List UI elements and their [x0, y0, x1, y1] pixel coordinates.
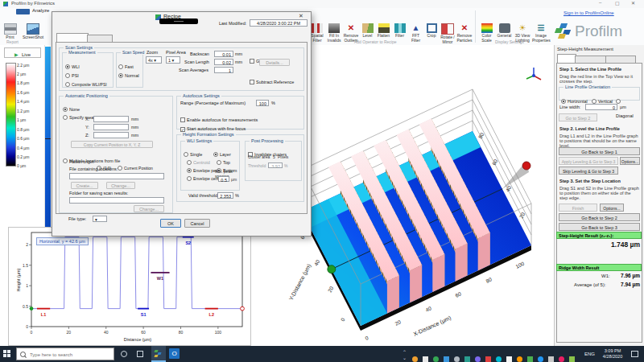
pixel-area-select[interactable]: 1 ▾: [166, 56, 180, 64]
change-folder-button[interactable]: Change...: [134, 205, 164, 212]
svg-text:S1: S1: [141, 312, 147, 317]
crop-button[interactable]: Crop: [424, 23, 439, 39]
close-icon[interactable]: ✕: [631, 0, 635, 6]
radio-envelope-center[interactable]: [187, 176, 192, 181]
scan-averages-field[interactable]: 1: [214, 67, 233, 73]
start-button[interactable]: [3, 350, 11, 358]
minimize-icon[interactable]: –: [599, 0, 601, 5]
image-properties-button[interactable]: ☰ Image Properties: [532, 23, 550, 43]
notification-center-icon[interactable]: [631, 351, 638, 357]
scan-length-field[interactable]: 0.02: [214, 59, 233, 65]
skip-leveling-button[interactable]: Skip Leveling & Go to Step 3: [559, 167, 618, 175]
svg-text:L1: L1: [41, 312, 46, 317]
file-type-select[interactable]: ▾: [93, 216, 107, 222]
radio-specify-location[interactable]: [63, 115, 68, 120]
height-formation-group: Height Formation Settings WLI Settings S…: [176, 134, 304, 202]
x-axis-label: X-Distance (µm): [412, 315, 452, 338]
orientation-gizmo-icon[interactable]: [526, 68, 541, 80]
fill-in-invalids-button[interactable]: Fill In Invalids: [326, 23, 342, 43]
filter-button[interactable]: Filter: [392, 23, 407, 39]
svg-text:0: 0: [364, 335, 369, 341]
line-width-field[interactable]: 0: [585, 104, 617, 110]
step-height-panel: Step-Height Measurement Line Rectangles …: [554, 45, 644, 346]
tray-icons[interactable]: [412, 351, 581, 357]
screenshot-button[interactable]: ScreenShot: [19, 23, 47, 40]
spatial-filter-button[interactable]: Spatial Filter: [309, 23, 325, 43]
radio-origin-current[interactable]: [118, 166, 122, 171]
cancel-button[interactable]: Cancel: [184, 219, 210, 228]
locations-file-field[interactable]: [69, 173, 164, 179]
go-back-step3-button[interactable]: Go Back to Step 3: [559, 223, 640, 231]
details-button[interactable]: Details...: [259, 59, 290, 66]
profile-start-handle[interactable]: [328, 265, 336, 274]
group-separator: [475, 10, 476, 43]
task-view-icon[interactable]: [137, 351, 143, 357]
threshold-field[interactable]: 3.92: [268, 162, 283, 168]
ok-button[interactable]: OK: [160, 219, 181, 228]
color-scale-bar[interactable]: [6, 63, 16, 167]
w1-label: W1:: [601, 274, 610, 278]
y-axis-title: Height (µm): [16, 257, 21, 302]
step-height-result-value: 1.748 µm: [556, 241, 640, 249]
recipe-name-redacted[interactable]: [159, 19, 198, 24]
create-button[interactable]: Create...: [71, 182, 98, 189]
average-label: Average (of 5):: [574, 282, 606, 287]
save-folder-field[interactable]: [69, 197, 164, 204]
taskbar-search[interactable]: [16, 348, 114, 360]
language-indicator[interactable]: ENG: [584, 352, 595, 356]
print-button[interactable]: Print: [2, 23, 19, 40]
x-field[interactable]: [93, 116, 129, 122]
grid-checkbox[interactable]: [250, 59, 254, 64]
range-field[interactable]: 100: [256, 100, 269, 106]
general-button[interactable]: General: [496, 23, 513, 39]
zoom-select[interactable]: 4x ▾: [146, 56, 162, 64]
radio-normal[interactable]: [118, 73, 123, 78]
tab-analyze[interactable]: Analyze: [32, 8, 49, 13]
maximize-icon[interactable]: ▢: [615, 0, 620, 6]
radio-multiple-locations[interactable]: [63, 158, 68, 163]
taskbar-outlook-app[interactable]: O: [169, 348, 180, 359]
go-back-step2-button[interactable]: Go Back to Step 2: [559, 213, 640, 221]
dialog-close-icon[interactable]: ✕: [299, 13, 303, 19]
radio-composite[interactable]: [65, 82, 70, 87]
recipe-dialog[interactable]: Recipe ✕ Last Modified: 4/28/2020 3:00:2…: [52, 11, 312, 237]
clock[interactable]: 3:09 PM 4/28/2020: [599, 348, 626, 360]
taskbar-profilm-app[interactable]: [151, 346, 166, 362]
fft-filter-button[interactable]: ▲ FFT Filter: [408, 23, 423, 43]
line-width-label: Line width:: [559, 105, 580, 109]
options-button-1[interactable]: Options...: [620, 157, 640, 165]
min-peak-field[interactable]: 0.5: [218, 176, 229, 182]
sign-in-link[interactable]: Sign in to ProfilmOnline: [564, 10, 614, 15]
go-to-step2-button[interactable]: Go to Step 2: [559, 113, 597, 121]
finish-button[interactable]: Finish: [559, 204, 597, 212]
apply-leveling-button[interactable]: Apply Leveling & Go to Step 3: [559, 157, 618, 165]
screenshot-icon: [27, 23, 39, 35]
radio-horizontal[interactable]: [561, 99, 566, 104]
tray-expand-icon[interactable]: ⌃⌄: [402, 349, 407, 360]
valid-threshold-field[interactable]: 2.353: [217, 192, 233, 199]
copy-position-button[interactable]: Copy Current Position to X, Y, Z: [71, 141, 153, 148]
profile-end-handle[interactable]: [522, 162, 530, 170]
search-input[interactable]: [28, 349, 112, 360]
live-button[interactable]: ▶ Live: [4, 47, 41, 58]
file-menu-button[interactable]: [16, 9, 30, 14]
go-back-step1-button[interactable]: Go Back to Step 1: [559, 147, 640, 155]
remove-particles-button[interactable]: ✕ Remove Particles: [456, 23, 473, 43]
profile-annotation[interactable]: Horizontal, y = 42.6 µm: [36, 237, 89, 245]
subtract-reference-checkbox[interactable]: [250, 80, 254, 84]
svg-text:0: 0: [340, 317, 346, 323]
y-field[interactable]: [93, 124, 129, 130]
rotate-mirror-button[interactable]: Rotate / Mirror: [440, 23, 456, 44]
y-unit: mm: [131, 125, 138, 130]
level-button[interactable]: Level: [360, 23, 375, 39]
z-field[interactable]: [93, 132, 129, 138]
color-scale-button[interactable]: Color Scale: [478, 23, 495, 43]
remove-outliers-icon: ✕: [345, 23, 357, 33]
cortana-icon[interactable]: [121, 351, 127, 357]
surface-3d-view[interactable]: 0 20 40 60 80 100 X-Distance (µm) 0 20 4…: [286, 45, 554, 346]
flatten-button[interactable]: Flatten: [376, 23, 391, 39]
options-button-2[interactable]: Options...: [600, 204, 624, 212]
change-button[interactable]: Change...: [106, 182, 135, 189]
top-view-strip[interactable]: [45, 47, 51, 227]
backscan-field[interactable]: 0.01: [214, 51, 233, 57]
